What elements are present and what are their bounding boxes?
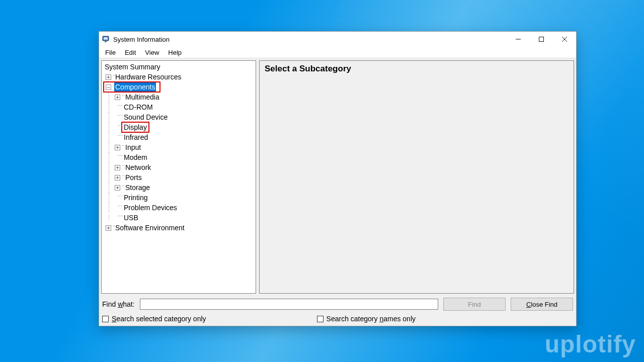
tree-infrared[interactable]: Infrared xyxy=(102,132,256,142)
window-title: System Information xyxy=(113,36,170,43)
tree-pane[interactable]: System Summary + Hardware Resources – Co… xyxy=(101,60,256,294)
checkbox-icon xyxy=(317,316,324,322)
collapse-icon[interactable]: – xyxy=(106,84,111,90)
menu-edit[interactable]: Edit xyxy=(121,48,140,57)
tree-display[interactable]: Display xyxy=(102,122,256,132)
tree-components[interactable]: – Components xyxy=(104,82,160,92)
tree-storage[interactable]: + Storage xyxy=(102,183,256,193)
tree-cdrom[interactable]: CD-ROM xyxy=(102,102,256,112)
checkbox-icon xyxy=(102,316,109,322)
tree-hardware-resources[interactable]: + Hardware Resources xyxy=(102,72,256,82)
minimize-button[interactable] xyxy=(507,32,530,47)
titlebar[interactable]: System Information xyxy=(99,32,576,47)
system-information-window: System Information File Edit View Help S… xyxy=(99,31,577,326)
expand-icon[interactable]: + xyxy=(115,95,120,100)
tree-modem[interactable]: Modem xyxy=(102,152,256,162)
tree-label: Printing xyxy=(123,193,148,203)
expand-icon[interactable]: + xyxy=(115,145,120,150)
tree-software-environment[interactable]: + Software Environment xyxy=(102,223,256,233)
close-find-button[interactable]: Close Find xyxy=(511,298,573,311)
tree-label: System Summary xyxy=(104,62,161,72)
content-heading: Select a Subcategory xyxy=(265,64,569,74)
svg-rect-4 xyxy=(539,37,544,42)
menu-help[interactable]: Help xyxy=(164,48,186,57)
tree-network[interactable]: + Network xyxy=(102,162,256,172)
menu-view[interactable]: View xyxy=(141,48,163,57)
tree-problem-devices[interactable]: Problem Devices xyxy=(102,203,256,213)
tree-label: Software Environment xyxy=(114,223,186,233)
checkbox-label: Search selected category only xyxy=(112,315,206,323)
expand-icon[interactable]: + xyxy=(115,185,120,191)
tree-label: Network xyxy=(124,162,152,172)
search-selected-checkbox[interactable]: Search selected category only xyxy=(102,315,206,323)
menu-file[interactable]: File xyxy=(101,48,120,57)
tree-label: Infrared xyxy=(123,132,149,142)
tree-label: Modem xyxy=(123,152,148,162)
tree-label: Storage xyxy=(124,183,151,193)
app-icon xyxy=(102,35,110,43)
tree-label: Sound Device xyxy=(123,112,169,122)
svg-rect-2 xyxy=(105,41,107,42)
expand-icon[interactable]: + xyxy=(106,225,111,231)
tree-label: Problem Devices xyxy=(123,203,178,213)
tree-input[interactable]: + Input xyxy=(102,142,256,152)
maximize-button[interactable] xyxy=(530,32,553,47)
tree-label: Ports xyxy=(124,172,143,183)
svg-rect-1 xyxy=(104,37,108,40)
tree-label: Multimedia xyxy=(124,92,160,102)
tree-label: Display xyxy=(122,122,149,132)
expand-icon[interactable]: + xyxy=(115,175,120,180)
content-pane: Select a Subcategory xyxy=(259,60,574,294)
tree-sound-device[interactable]: Sound Device xyxy=(102,112,256,122)
close-button[interactable] xyxy=(553,32,576,47)
find-button[interactable]: Find xyxy=(443,298,506,311)
body-area: System Summary + Hardware Resources – Co… xyxy=(99,58,576,296)
search-names-checkbox[interactable]: Search category names only xyxy=(317,315,416,323)
tree-multimedia[interactable]: + Multimedia xyxy=(102,92,256,102)
checkbox-label: Search category names only xyxy=(327,315,416,323)
tree-usb[interactable]: USB xyxy=(102,213,256,223)
tree-label: Hardware Resources xyxy=(114,72,183,82)
tree-printing[interactable]: Printing xyxy=(102,193,256,203)
watermark: uplotify xyxy=(545,330,636,358)
tree-label: Components xyxy=(114,82,156,92)
find-what-label: Find what: xyxy=(102,300,135,308)
tree-system-summary[interactable]: System Summary xyxy=(102,62,256,72)
find-bar: Find what: Find Close Find Search select… xyxy=(99,296,576,326)
tree-label: CD-ROM xyxy=(123,102,154,112)
menubar: File Edit View Help xyxy=(99,47,576,58)
tree-ports[interactable]: + Ports xyxy=(102,172,256,183)
tree-label: Input xyxy=(124,142,142,152)
tree-label: USB xyxy=(123,213,139,223)
expand-icon[interactable]: + xyxy=(106,74,111,80)
find-input[interactable] xyxy=(140,299,438,310)
expand-icon[interactable]: + xyxy=(115,165,120,170)
